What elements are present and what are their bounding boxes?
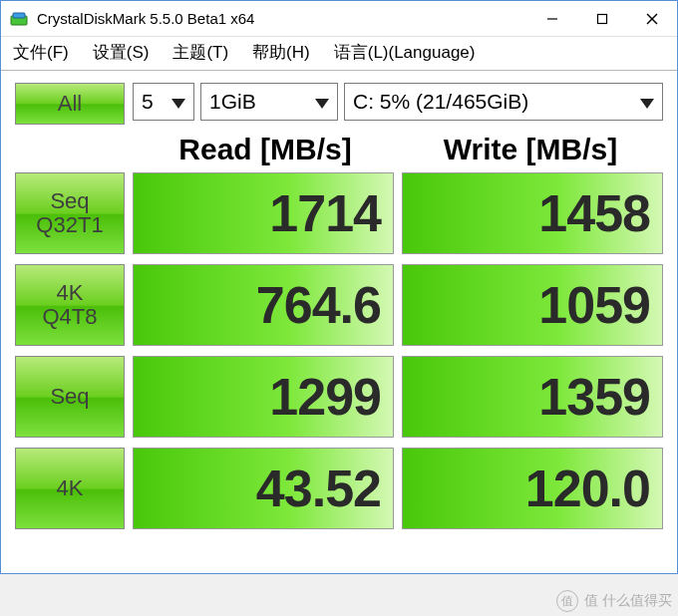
drive-select[interactable]: C: 5% (21/465GiB): [344, 83, 663, 121]
row-4k-q4t8: 4K Q4T8 764.6 1059: [15, 264, 663, 346]
watermark-text: 值 什么值得买: [584, 592, 672, 610]
svg-rect-3: [598, 14, 607, 23]
menu-language[interactable]: 语言(L)(Language): [334, 41, 476, 64]
read-value-seq: 1299: [133, 356, 394, 438]
top-controls: All 5 1GiB C: 5% (21/465GiB): [15, 83, 663, 125]
selects-group: 5 1GiB C: 5% (21/465GiB): [133, 83, 663, 125]
window-buttons: [527, 1, 677, 36]
test-button-seq[interactable]: Seq: [15, 356, 125, 438]
watermark: 值 值 什么值得买: [556, 590, 672, 612]
app-icon: [9, 9, 29, 29]
menu-theme[interactable]: 主题(T): [172, 41, 228, 64]
menubar: 文件(F) 设置(S) 主题(T) 帮助(H) 语言(L)(Language): [1, 37, 677, 70]
row-seq: Seq 1299 1359: [15, 356, 663, 438]
read-value-4k: 43.52: [133, 448, 394, 529]
footer-blank: [15, 529, 663, 563]
close-button[interactable]: [627, 1, 677, 36]
window-title: CrystalDiskMark 5.5.0 Beta1 x64: [37, 10, 527, 27]
minimize-button[interactable]: [527, 1, 577, 36]
menu-file[interactable]: 文件(F): [13, 41, 69, 64]
row-seq-q32t1: Seq Q32T1 1714 1458: [15, 172, 663, 254]
client-area: All 5 1GiB C: 5% (21/465GiB) Read [MB/s]…: [1, 70, 677, 573]
run-count-select[interactable]: 5: [133, 83, 194, 121]
svg-rect-1: [13, 13, 25, 18]
write-value-seq: 1359: [402, 356, 663, 438]
write-value-seq-q32t1: 1458: [402, 172, 663, 254]
row-4k: 4K 43.52 120.0: [15, 448, 663, 529]
menu-help[interactable]: 帮助(H): [252, 41, 310, 64]
test-size-select[interactable]: 1GiB: [200, 83, 338, 121]
result-rows: Seq Q32T1 1714 1458 4K Q4T8 764.6 1059 S…: [15, 172, 663, 529]
read-header: Read [MB/s]: [133, 133, 398, 166]
read-value-4k-q4t8: 764.6: [133, 264, 394, 346]
write-value-4k: 120.0: [402, 448, 663, 529]
column-headers: Read [MB/s] Write [MB/s]: [15, 127, 663, 172]
test-button-4k-q4t8[interactable]: 4K Q4T8: [15, 264, 125, 346]
write-value-4k-q4t8: 1059: [402, 264, 663, 346]
test-button-4k[interactable]: 4K: [15, 448, 125, 529]
write-header: Write [MB/s]: [398, 133, 663, 166]
app-window: CrystalDiskMark 5.5.0 Beta1 x64 文件(F) 设置…: [0, 0, 678, 574]
maximize-button[interactable]: [577, 1, 627, 36]
test-button-seq-q32t1[interactable]: Seq Q32T1: [15, 172, 125, 254]
read-value-seq-q32t1: 1714: [133, 172, 394, 254]
menu-settings[interactable]: 设置(S): [93, 41, 150, 64]
watermark-icon: 值: [556, 590, 578, 612]
all-button[interactable]: All: [15, 83, 125, 125]
titlebar[interactable]: CrystalDiskMark 5.5.0 Beta1 x64: [1, 1, 677, 37]
